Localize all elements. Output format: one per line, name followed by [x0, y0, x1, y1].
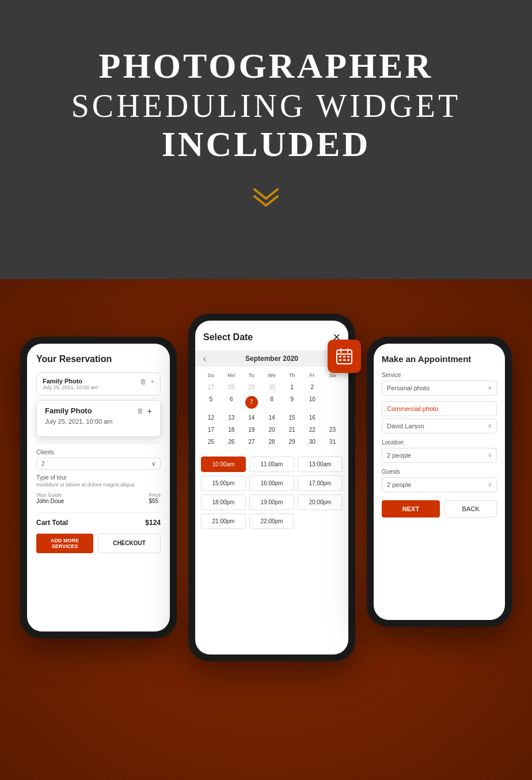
time-slot-1100[interactable]: 11:00am	[249, 456, 294, 472]
phone3-frame: Make an Appointment Service Personal pho…	[367, 337, 512, 627]
phone1-screen: Your Reservation Family Photo July 25, 2…	[27, 344, 170, 631]
cal-week-4: 17 18 19 20 21 22 23	[201, 424, 343, 435]
reservation-content: Your Reservation Family Photo July 25, 2…	[27, 344, 170, 564]
plus-icon-1[interactable]: +	[150, 378, 154, 386]
time-slot-2000[interactable]: 20:00pm	[298, 494, 343, 510]
service-chevron: ∧	[488, 385, 492, 391]
location-label: Location	[382, 439, 497, 446]
next-button[interactable]: NEXT	[382, 500, 440, 518]
svg-rect-5	[343, 356, 345, 357]
price-item: Price $55	[149, 492, 161, 504]
guide-item: Tour Guide John Doue	[36, 492, 64, 504]
guide-label: Tour Guide	[36, 492, 64, 498]
chevron-down-clients: ∨	[151, 461, 155, 467]
phone2-screen: Select Date × ‹ September 2020 › Su	[195, 321, 348, 655]
trash-icon-popup[interactable]: 🗑	[137, 407, 144, 415]
prev-month-button[interactable]: ‹	[203, 354, 206, 363]
item-popup: Family Photo 🗑 + July 25, 2021, 10:00 am	[36, 400, 161, 437]
photographer-select[interactable]: David Larson ∨	[382, 418, 497, 433]
phone1-frame: Your Reservation Family Photo July 25, 2…	[20, 337, 177, 638]
dropdown-option-commercial[interactable]: Commercial photo	[382, 401, 497, 416]
calendar-content: Select Date × ‹ September 2020 › Su	[195, 321, 348, 534]
price-value: $55	[149, 498, 161, 504]
cal-header-row: Su Mo Tu We Th Fr Sa	[201, 370, 343, 381]
popup-date: July 25, 2021, 10:00 am	[45, 418, 152, 425]
calendar-title: Select Date	[203, 332, 253, 343]
main-heading: PHOTOGRAPHER SCHEDULING WIDGET INCLUDED	[12, 46, 520, 164]
wave-divider	[0, 245, 532, 279]
cal-week-2: 5 6 7 8 9 10	[201, 394, 343, 411]
svg-rect-7	[339, 359, 341, 361]
tour-type-desc: Incididunt ut labore et dolore magna ali…	[36, 482, 161, 488]
cart-total-label: Cart Total	[36, 519, 68, 527]
form-bottom-buttons: NEXT BACK	[382, 500, 497, 518]
cal-week-1: 27 28 29 30 1 2	[201, 382, 343, 393]
photographer-chevron: ∨	[488, 423, 492, 429]
svg-rect-8	[343, 359, 345, 361]
time-slot-1800[interactable]: 18:00pm	[201, 494, 246, 510]
cart-total-row: Cart Total $124	[36, 519, 161, 527]
popup-header: Family Photo 🗑 +	[45, 406, 152, 416]
plus-icon-popup[interactable]: +	[147, 406, 152, 416]
calendar-icon	[328, 340, 361, 373]
time-slot-1300[interactable]: 13:00am	[298, 456, 343, 472]
time-slot-empty	[298, 513, 343, 529]
time-slot-2100[interactable]: 21:00pm	[201, 513, 246, 529]
month-nav: ‹ September 2020 ›	[195, 351, 348, 367]
svg-rect-4	[339, 356, 341, 357]
bottom-section: Your Reservation Family Photo July 25, 2…	[0, 279, 532, 780]
clients-select[interactable]: 2 ∨	[36, 458, 161, 470]
calendar-grid: Su Mo Tu We Th Fr Sa 27 28 29	[195, 367, 348, 452]
popup-title: Family Photo	[45, 406, 92, 415]
back-button[interactable]: BACK	[444, 500, 497, 518]
item-date-1: July 25, 2021, 10:00 am	[43, 385, 98, 390]
action-buttons: ADD MORE SERVICES CHECKOUT	[36, 534, 161, 553]
time-slot-1700[interactable]: 17:00pm	[298, 475, 343, 491]
cart-total-value: $124	[145, 519, 161, 527]
item-info-1: Family Photo July 25, 2021, 10:00 am	[43, 378, 98, 390]
popup-actions: 🗑 +	[137, 406, 152, 416]
time-slot-1500[interactable]: 15:00pm	[201, 475, 246, 491]
location-chevron: ∨	[488, 452, 492, 458]
calendar-header: Select Date ×	[195, 321, 348, 351]
cal-week-3: 12 13 14 14 15 16	[201, 412, 343, 423]
divider-1	[36, 443, 161, 443]
svg-rect-6	[347, 356, 349, 357]
month-name: September 2020	[245, 355, 298, 363]
guests-select[interactable]: 2 people ∨	[382, 477, 497, 492]
chevron-down-icon	[252, 187, 280, 210]
item-actions-1: 🗑 +	[140, 378, 154, 386]
time-slots: 10:00am 11:00am 13:00am 15:00pm 16:00pm …	[195, 452, 348, 534]
divider-2	[36, 512, 161, 513]
guests-chevron: ∨	[488, 481, 492, 488]
reservation-title: Your Reservation	[36, 354, 161, 364]
checkout-button[interactable]: CHECKOUT	[98, 534, 161, 553]
location-select[interactable]: 2 people ∨	[382, 448, 497, 463]
item-name-1: Family Photo	[43, 378, 98, 385]
price-label: Price	[149, 492, 161, 498]
phone2-frame: Select Date × ‹ September 2020 › Su	[188, 314, 355, 661]
guests-label: Guests	[382, 469, 497, 475]
service-select[interactable]: Personal photo ∧	[382, 381, 497, 395]
clients-label: Clients	[36, 449, 161, 455]
tour-type-label: Type of tour	[36, 474, 161, 481]
time-slot-1600[interactable]: 16:00pm	[249, 475, 294, 491]
phones-container: Your Reservation Family Photo July 25, 2…	[13, 314, 519, 661]
time-slot-1900[interactable]: 19:00pm	[249, 494, 294, 510]
trash-icon-1[interactable]: 🗑	[140, 378, 147, 386]
tour-guide-row: Tour Guide John Doue Price $55	[36, 492, 161, 504]
guide-value: John Doue	[36, 498, 64, 504]
phone3-screen: Make an Appointment Service Personal pho…	[374, 344, 505, 620]
time-slot-1000[interactable]: 10:00am	[201, 456, 246, 472]
svg-rect-9	[347, 359, 349, 361]
today-cell[interactable]: 7	[245, 396, 258, 409]
top-section: PHOTOGRAPHER SCHEDULING WIDGET INCLUDED	[0, 0, 532, 245]
service-label: Service	[382, 372, 497, 378]
reservation-item-1[interactable]: Family Photo July 25, 2021, 10:00 am 🗑 +	[36, 372, 161, 395]
time-slot-2200[interactable]: 22:00pm	[249, 513, 294, 529]
add-more-services-button[interactable]: ADD MORE SERVICES	[36, 534, 93, 553]
cal-week-5: 25 26 27 28 29 30 31	[201, 436, 343, 447]
appointment-title: Make an Appointment	[382, 354, 497, 364]
appointment-content: Make an Appointment Service Personal pho…	[374, 344, 505, 528]
